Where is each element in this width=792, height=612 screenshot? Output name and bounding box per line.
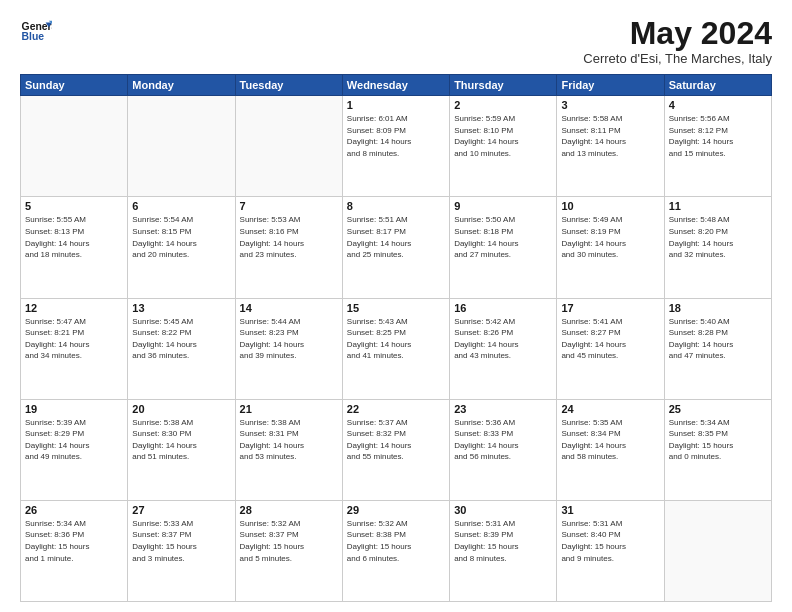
calendar-day-cell: 29Sunrise: 5:32 AM Sunset: 8:38 PM Dayli…	[342, 500, 449, 601]
calendar-day-cell	[21, 96, 128, 197]
calendar-day-cell: 19Sunrise: 5:39 AM Sunset: 8:29 PM Dayli…	[21, 399, 128, 500]
day-info: Sunrise: 5:31 AM Sunset: 8:40 PM Dayligh…	[561, 518, 659, 564]
day-number: 11	[669, 200, 767, 212]
subtitle: Cerreto d'Esi, The Marches, Italy	[583, 51, 772, 66]
calendar-day-cell: 21Sunrise: 5:38 AM Sunset: 8:31 PM Dayli…	[235, 399, 342, 500]
calendar-day-cell: 30Sunrise: 5:31 AM Sunset: 8:39 PM Dayli…	[450, 500, 557, 601]
calendar-day-cell: 22Sunrise: 5:37 AM Sunset: 8:32 PM Dayli…	[342, 399, 449, 500]
day-info: Sunrise: 5:36 AM Sunset: 8:33 PM Dayligh…	[454, 417, 552, 463]
calendar-day-cell: 23Sunrise: 5:36 AM Sunset: 8:33 PM Dayli…	[450, 399, 557, 500]
day-info: Sunrise: 5:35 AM Sunset: 8:34 PM Dayligh…	[561, 417, 659, 463]
calendar-header-cell: Sunday	[21, 75, 128, 96]
day-info: Sunrise: 5:34 AM Sunset: 8:35 PM Dayligh…	[669, 417, 767, 463]
calendar-header-cell: Tuesday	[235, 75, 342, 96]
day-number: 15	[347, 302, 445, 314]
day-info: Sunrise: 5:44 AM Sunset: 8:23 PM Dayligh…	[240, 316, 338, 362]
day-number: 20	[132, 403, 230, 415]
title-block: May 2024 Cerreto d'Esi, The Marches, Ita…	[583, 16, 772, 66]
day-number: 30	[454, 504, 552, 516]
day-number: 26	[25, 504, 123, 516]
day-number: 13	[132, 302, 230, 314]
day-number: 19	[25, 403, 123, 415]
day-info: Sunrise: 5:38 AM Sunset: 8:30 PM Dayligh…	[132, 417, 230, 463]
day-number: 10	[561, 200, 659, 212]
calendar-header-cell: Friday	[557, 75, 664, 96]
day-info: Sunrise: 5:47 AM Sunset: 8:21 PM Dayligh…	[25, 316, 123, 362]
calendar-day-cell: 8Sunrise: 5:51 AM Sunset: 8:17 PM Daylig…	[342, 197, 449, 298]
calendar-day-cell: 26Sunrise: 5:34 AM Sunset: 8:36 PM Dayli…	[21, 500, 128, 601]
day-number: 23	[454, 403, 552, 415]
calendar-day-cell: 28Sunrise: 5:32 AM Sunset: 8:37 PM Dayli…	[235, 500, 342, 601]
day-number: 4	[669, 99, 767, 111]
calendar-day-cell: 15Sunrise: 5:43 AM Sunset: 8:25 PM Dayli…	[342, 298, 449, 399]
day-info: Sunrise: 5:32 AM Sunset: 8:38 PM Dayligh…	[347, 518, 445, 564]
day-number: 3	[561, 99, 659, 111]
svg-text:Blue: Blue	[22, 31, 45, 42]
day-number: 29	[347, 504, 445, 516]
calendar-header-cell: Wednesday	[342, 75, 449, 96]
day-info: Sunrise: 5:39 AM Sunset: 8:29 PM Dayligh…	[25, 417, 123, 463]
calendar-week-row: 26Sunrise: 5:34 AM Sunset: 8:36 PM Dayli…	[21, 500, 772, 601]
day-info: Sunrise: 5:50 AM Sunset: 8:18 PM Dayligh…	[454, 214, 552, 260]
day-number: 22	[347, 403, 445, 415]
calendar-day-cell	[664, 500, 771, 601]
calendar-day-cell: 6Sunrise: 5:54 AM Sunset: 8:15 PM Daylig…	[128, 197, 235, 298]
day-info: Sunrise: 5:33 AM Sunset: 8:37 PM Dayligh…	[132, 518, 230, 564]
calendar-day-cell: 7Sunrise: 5:53 AM Sunset: 8:16 PM Daylig…	[235, 197, 342, 298]
day-info: Sunrise: 5:58 AM Sunset: 8:11 PM Dayligh…	[561, 113, 659, 159]
day-number: 14	[240, 302, 338, 314]
day-number: 6	[132, 200, 230, 212]
day-number: 2	[454, 99, 552, 111]
day-info: Sunrise: 5:41 AM Sunset: 8:27 PM Dayligh…	[561, 316, 659, 362]
calendar-day-cell: 24Sunrise: 5:35 AM Sunset: 8:34 PM Dayli…	[557, 399, 664, 500]
day-info: Sunrise: 5:48 AM Sunset: 8:20 PM Dayligh…	[669, 214, 767, 260]
calendar-day-cell: 16Sunrise: 5:42 AM Sunset: 8:26 PM Dayli…	[450, 298, 557, 399]
logo: General Blue	[20, 16, 52, 48]
day-info: Sunrise: 5:43 AM Sunset: 8:25 PM Dayligh…	[347, 316, 445, 362]
calendar-table: SundayMondayTuesdayWednesdayThursdayFrid…	[20, 74, 772, 602]
day-info: Sunrise: 5:49 AM Sunset: 8:19 PM Dayligh…	[561, 214, 659, 260]
calendar-week-row: 19Sunrise: 5:39 AM Sunset: 8:29 PM Dayli…	[21, 399, 772, 500]
calendar-day-cell: 31Sunrise: 5:31 AM Sunset: 8:40 PM Dayli…	[557, 500, 664, 601]
calendar-day-cell: 5Sunrise: 5:55 AM Sunset: 8:13 PM Daylig…	[21, 197, 128, 298]
calendar-day-cell: 14Sunrise: 5:44 AM Sunset: 8:23 PM Dayli…	[235, 298, 342, 399]
day-number: 7	[240, 200, 338, 212]
calendar-week-row: 5Sunrise: 5:55 AM Sunset: 8:13 PM Daylig…	[21, 197, 772, 298]
calendar-day-cell: 3Sunrise: 5:58 AM Sunset: 8:11 PM Daylig…	[557, 96, 664, 197]
day-info: Sunrise: 5:45 AM Sunset: 8:22 PM Dayligh…	[132, 316, 230, 362]
calendar-day-cell	[235, 96, 342, 197]
day-number: 28	[240, 504, 338, 516]
day-number: 9	[454, 200, 552, 212]
calendar-header-row: SundayMondayTuesdayWednesdayThursdayFrid…	[21, 75, 772, 96]
calendar-day-cell: 13Sunrise: 5:45 AM Sunset: 8:22 PM Dayli…	[128, 298, 235, 399]
calendar-day-cell: 18Sunrise: 5:40 AM Sunset: 8:28 PM Dayli…	[664, 298, 771, 399]
calendar-header-cell: Thursday	[450, 75, 557, 96]
day-info: Sunrise: 6:01 AM Sunset: 8:09 PM Dayligh…	[347, 113, 445, 159]
day-number: 16	[454, 302, 552, 314]
calendar-header-cell: Monday	[128, 75, 235, 96]
day-info: Sunrise: 5:40 AM Sunset: 8:28 PM Dayligh…	[669, 316, 767, 362]
day-info: Sunrise: 5:51 AM Sunset: 8:17 PM Dayligh…	[347, 214, 445, 260]
day-number: 31	[561, 504, 659, 516]
calendar-week-row: 1Sunrise: 6:01 AM Sunset: 8:09 PM Daylig…	[21, 96, 772, 197]
calendar-week-row: 12Sunrise: 5:47 AM Sunset: 8:21 PM Dayli…	[21, 298, 772, 399]
calendar-day-cell: 1Sunrise: 6:01 AM Sunset: 8:09 PM Daylig…	[342, 96, 449, 197]
day-info: Sunrise: 5:55 AM Sunset: 8:13 PM Dayligh…	[25, 214, 123, 260]
day-number: 12	[25, 302, 123, 314]
day-number: 8	[347, 200, 445, 212]
header: General Blue May 2024 Cerreto d'Esi, The…	[20, 16, 772, 66]
day-info: Sunrise: 5:38 AM Sunset: 8:31 PM Dayligh…	[240, 417, 338, 463]
calendar-day-cell: 4Sunrise: 5:56 AM Sunset: 8:12 PM Daylig…	[664, 96, 771, 197]
day-number: 1	[347, 99, 445, 111]
day-number: 17	[561, 302, 659, 314]
day-info: Sunrise: 5:59 AM Sunset: 8:10 PM Dayligh…	[454, 113, 552, 159]
page: General Blue May 2024 Cerreto d'Esi, The…	[0, 0, 792, 612]
calendar-day-cell: 17Sunrise: 5:41 AM Sunset: 8:27 PM Dayli…	[557, 298, 664, 399]
calendar-day-cell	[128, 96, 235, 197]
day-number: 21	[240, 403, 338, 415]
calendar-day-cell: 27Sunrise: 5:33 AM Sunset: 8:37 PM Dayli…	[128, 500, 235, 601]
main-title: May 2024	[583, 16, 772, 51]
day-number: 25	[669, 403, 767, 415]
calendar-day-cell: 2Sunrise: 5:59 AM Sunset: 8:10 PM Daylig…	[450, 96, 557, 197]
logo-icon: General Blue	[20, 16, 52, 48]
